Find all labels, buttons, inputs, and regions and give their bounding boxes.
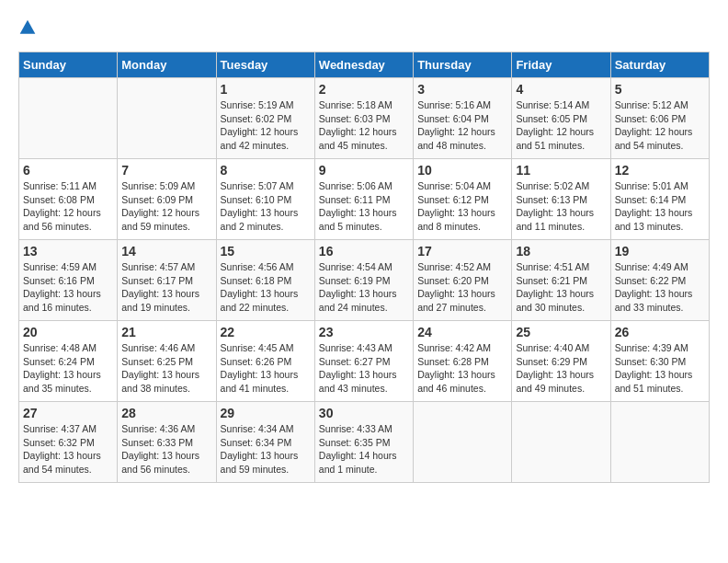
day-number: 28 xyxy=(121,406,211,420)
week-row-1: 1Sunrise: 5:19 AM Sunset: 6:02 PM Daylig… xyxy=(19,78,710,159)
calendar-cell: 28Sunrise: 4:36 AM Sunset: 6:33 PM Dayli… xyxy=(118,402,216,483)
day-number: 29 xyxy=(221,406,311,420)
cell-info: Sunrise: 4:36 AM Sunset: 6:33 PM Dayligh… xyxy=(121,422,211,477)
cell-info: Sunrise: 4:45 AM Sunset: 6:26 PM Dayligh… xyxy=(221,341,311,396)
day-number: 11 xyxy=(516,163,606,178)
calendar-cell xyxy=(19,78,118,159)
cell-info: Sunrise: 4:51 AM Sunset: 6:21 PM Dayligh… xyxy=(516,260,606,315)
day-number: 3 xyxy=(417,82,507,97)
calendar-cell: 13Sunrise: 4:59 AM Sunset: 6:16 PM Dayli… xyxy=(19,240,118,321)
week-row-2: 6Sunrise: 5:11 AM Sunset: 6:08 PM Daylig… xyxy=(19,159,710,240)
logo-icon xyxy=(18,18,37,37)
calendar-table: SundayMondayTuesdayWednesdayThursdayFrid… xyxy=(18,52,710,483)
calendar-cell: 19Sunrise: 4:49 AM Sunset: 6:22 PM Dayli… xyxy=(610,240,709,321)
day-number: 1 xyxy=(221,82,311,97)
day-number: 4 xyxy=(516,82,606,97)
calendar-cell xyxy=(118,78,216,159)
calendar-cell xyxy=(414,402,512,483)
day-number: 2 xyxy=(319,82,409,97)
calendar-cell: 7Sunrise: 5:09 AM Sunset: 6:09 PM Daylig… xyxy=(118,159,216,240)
calendar-cell xyxy=(610,402,709,483)
day-number: 8 xyxy=(221,163,311,178)
svg-marker-0 xyxy=(20,20,36,34)
day-number: 9 xyxy=(319,163,409,178)
cell-info: Sunrise: 4:43 AM Sunset: 6:27 PM Dayligh… xyxy=(319,341,409,396)
cell-info: Sunrise: 4:49 AM Sunset: 6:22 PM Dayligh… xyxy=(615,260,705,315)
cell-info: Sunrise: 5:19 AM Sunset: 6:02 PM Dayligh… xyxy=(221,98,311,153)
calendar-cell: 6Sunrise: 5:11 AM Sunset: 6:08 PM Daylig… xyxy=(19,159,118,240)
calendar-cell: 25Sunrise: 4:40 AM Sunset: 6:29 PM Dayli… xyxy=(512,321,610,402)
calendar-cell: 15Sunrise: 4:56 AM Sunset: 6:18 PM Dayli… xyxy=(216,240,314,321)
cell-info: Sunrise: 4:42 AM Sunset: 6:28 PM Dayligh… xyxy=(417,341,507,396)
cell-info: Sunrise: 5:11 AM Sunset: 6:08 PM Dayligh… xyxy=(23,179,113,234)
day-header-wednesday: Wednesday xyxy=(314,52,413,78)
calendar-cell: 16Sunrise: 4:54 AM Sunset: 6:19 PM Dayli… xyxy=(314,240,413,321)
cell-info: Sunrise: 4:54 AM Sunset: 6:19 PM Dayligh… xyxy=(319,260,409,315)
cell-info: Sunrise: 5:04 AM Sunset: 6:12 PM Dayligh… xyxy=(417,179,507,234)
day-number: 17 xyxy=(417,244,507,259)
day-header-tuesday: Tuesday xyxy=(216,52,314,78)
day-header-sunday: Sunday xyxy=(19,52,118,78)
cell-info: Sunrise: 4:52 AM Sunset: 6:20 PM Dayligh… xyxy=(417,260,507,315)
day-number: 15 xyxy=(221,244,311,259)
cell-info: Sunrise: 4:34 AM Sunset: 6:34 PM Dayligh… xyxy=(221,422,311,477)
cell-info: Sunrise: 4:39 AM Sunset: 6:30 PM Dayligh… xyxy=(615,341,705,396)
cell-info: Sunrise: 4:46 AM Sunset: 6:25 PM Dayligh… xyxy=(121,341,211,396)
cell-info: Sunrise: 5:01 AM Sunset: 6:14 PM Dayligh… xyxy=(615,179,705,234)
calendar-cell: 10Sunrise: 5:04 AM Sunset: 6:12 PM Dayli… xyxy=(414,159,512,240)
day-number: 12 xyxy=(615,163,705,178)
cell-info: Sunrise: 5:12 AM Sunset: 6:06 PM Dayligh… xyxy=(615,98,705,153)
calendar-cell: 20Sunrise: 4:48 AM Sunset: 6:24 PM Dayli… xyxy=(19,321,118,402)
day-number: 22 xyxy=(221,325,311,339)
day-number: 25 xyxy=(516,325,606,339)
calendar-cell: 4Sunrise: 5:14 AM Sunset: 6:05 PM Daylig… xyxy=(512,78,610,159)
cell-info: Sunrise: 5:07 AM Sunset: 6:10 PM Dayligh… xyxy=(221,179,311,234)
day-number: 27 xyxy=(23,406,113,420)
calendar-cell: 22Sunrise: 4:45 AM Sunset: 6:26 PM Dayli… xyxy=(216,321,314,402)
day-number: 6 xyxy=(23,163,113,178)
cell-info: Sunrise: 4:40 AM Sunset: 6:29 PM Dayligh… xyxy=(516,341,606,396)
day-header-thursday: Thursday xyxy=(414,52,512,78)
day-number: 30 xyxy=(319,406,409,420)
cell-info: Sunrise: 5:02 AM Sunset: 6:13 PM Dayligh… xyxy=(516,179,606,234)
calendar-cell: 27Sunrise: 4:37 AM Sunset: 6:32 PM Dayli… xyxy=(19,402,118,483)
day-number: 5 xyxy=(615,82,705,97)
cell-info: Sunrise: 5:14 AM Sunset: 6:05 PM Dayligh… xyxy=(516,98,606,153)
cell-info: Sunrise: 5:06 AM Sunset: 6:11 PM Dayligh… xyxy=(319,179,409,234)
cell-info: Sunrise: 4:37 AM Sunset: 6:32 PM Dayligh… xyxy=(23,422,113,477)
calendar-cell: 2Sunrise: 5:18 AM Sunset: 6:03 PM Daylig… xyxy=(314,78,413,159)
week-row-3: 13Sunrise: 4:59 AM Sunset: 6:16 PM Dayli… xyxy=(19,240,710,321)
cell-info: Sunrise: 5:16 AM Sunset: 6:04 PM Dayligh… xyxy=(417,98,507,153)
day-number: 7 xyxy=(121,163,211,178)
calendar-cell: 14Sunrise: 4:57 AM Sunset: 6:17 PM Dayli… xyxy=(118,240,216,321)
day-number: 26 xyxy=(615,325,705,339)
cell-info: Sunrise: 4:33 AM Sunset: 6:35 PM Dayligh… xyxy=(319,422,409,477)
calendar-cell: 12Sunrise: 5:01 AM Sunset: 6:14 PM Dayli… xyxy=(610,159,709,240)
week-row-4: 20Sunrise: 4:48 AM Sunset: 6:24 PM Dayli… xyxy=(19,321,710,402)
week-row-5: 27Sunrise: 4:37 AM Sunset: 6:32 PM Dayli… xyxy=(19,402,710,483)
day-number: 21 xyxy=(121,325,211,339)
calendar-cell: 8Sunrise: 5:07 AM Sunset: 6:10 PM Daylig… xyxy=(216,159,314,240)
cell-info: Sunrise: 4:48 AM Sunset: 6:24 PM Dayligh… xyxy=(23,341,113,396)
calendar-cell: 21Sunrise: 4:46 AM Sunset: 6:25 PM Dayli… xyxy=(118,321,216,402)
calendar-cell xyxy=(512,402,610,483)
calendar-cell: 5Sunrise: 5:12 AM Sunset: 6:06 PM Daylig… xyxy=(610,78,709,159)
calendar-cell: 18Sunrise: 4:51 AM Sunset: 6:21 PM Dayli… xyxy=(512,240,610,321)
logo xyxy=(18,18,40,37)
cell-info: Sunrise: 4:56 AM Sunset: 6:18 PM Dayligh… xyxy=(221,260,311,315)
calendar-cell: 23Sunrise: 4:43 AM Sunset: 6:27 PM Dayli… xyxy=(314,321,413,402)
calendar-cell: 17Sunrise: 4:52 AM Sunset: 6:20 PM Dayli… xyxy=(414,240,512,321)
cell-info: Sunrise: 5:09 AM Sunset: 6:09 PM Dayligh… xyxy=(121,179,211,234)
calendar-cell: 30Sunrise: 4:33 AM Sunset: 6:35 PM Dayli… xyxy=(314,402,413,483)
calendar-cell: 9Sunrise: 5:06 AM Sunset: 6:11 PM Daylig… xyxy=(314,159,413,240)
day-header-monday: Monday xyxy=(118,52,216,78)
day-header-saturday: Saturday xyxy=(610,52,709,78)
calendar-cell: 29Sunrise: 4:34 AM Sunset: 6:34 PM Dayli… xyxy=(216,402,314,483)
day-number: 19 xyxy=(615,244,705,259)
day-header-friday: Friday xyxy=(512,52,610,78)
cell-info: Sunrise: 4:59 AM Sunset: 6:16 PM Dayligh… xyxy=(23,260,113,315)
calendar-cell: 3Sunrise: 5:16 AM Sunset: 6:04 PM Daylig… xyxy=(414,78,512,159)
cell-info: Sunrise: 5:18 AM Sunset: 6:03 PM Dayligh… xyxy=(319,98,409,153)
day-number: 20 xyxy=(23,325,113,339)
header xyxy=(18,18,710,37)
